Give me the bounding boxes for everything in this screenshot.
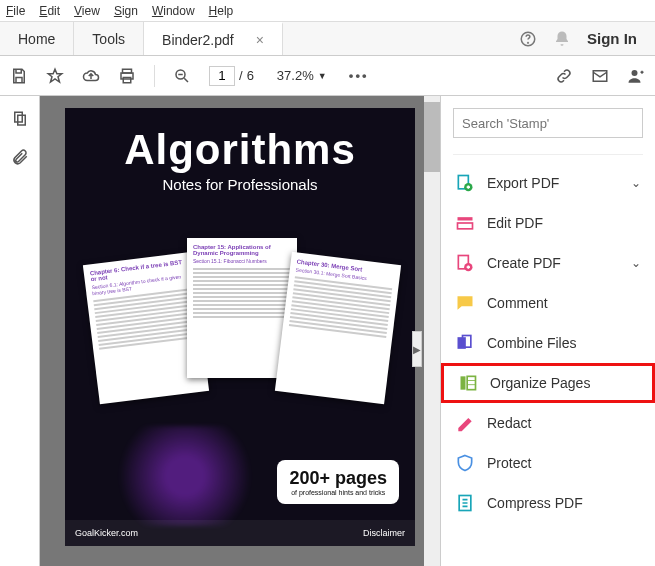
menu-file[interactable]: File <box>6 4 25 18</box>
pdf-page: Algorithms Notes for Professionals Chapt… <box>65 108 415 546</box>
svg-line-6 <box>184 78 188 82</box>
add-user-icon[interactable] <box>627 67 645 85</box>
zoom-value: 37.2% <box>277 68 314 83</box>
nav-panel <box>0 96 40 566</box>
svg-rect-21 <box>467 376 475 389</box>
print-icon[interactable] <box>118 67 136 85</box>
menu-edit[interactable]: Edit <box>39 4 60 18</box>
combine-icon <box>455 333 475 353</box>
tab-document[interactable]: Binder2.pdf × <box>144 22 283 55</box>
tools-pane: Export PDF ⌄ Edit PDF Create PDF ⌄ Comme… <box>440 96 655 566</box>
close-tab-icon[interactable]: × <box>256 32 264 48</box>
bell-icon[interactable] <box>553 30 571 48</box>
tool-label: Redact <box>487 415 531 431</box>
chevron-down-icon: ⌄ <box>631 176 641 190</box>
tool-label: Comment <box>487 295 548 311</box>
menu-view[interactable]: View <box>74 4 100 18</box>
chevron-down-icon: ▼ <box>318 71 327 81</box>
tool-label: Combine Files <box>487 335 576 351</box>
pages-badge: 200+ pages of professional hints and tri… <box>277 460 399 504</box>
tool-edit-pdf[interactable]: Edit PDF <box>441 203 655 243</box>
doc-footer: GoalKicker.com Disclaimer <box>65 520 415 546</box>
save-icon[interactable] <box>10 67 28 85</box>
tool-label: Protect <box>487 455 531 471</box>
svg-rect-20 <box>461 376 466 389</box>
tool-redact[interactable]: Redact <box>441 403 655 443</box>
svg-point-9 <box>632 70 638 76</box>
tool-label: Export PDF <box>487 175 559 191</box>
menu-window[interactable]: Window <box>152 4 195 18</box>
zoom-dropdown[interactable]: 37.2% ▼ <box>272 65 332 86</box>
thumbnails-icon[interactable] <box>11 110 29 128</box>
comment-icon <box>455 293 475 313</box>
tab-bar: Home Tools Binder2.pdf × Sign In <box>0 22 655 56</box>
redact-icon <box>455 413 475 433</box>
doc-title: Algorithms <box>65 126 415 174</box>
tool-compress-pdf[interactable]: Compress PDF <box>441 483 655 523</box>
collapse-right-pane-icon[interactable]: ▶ <box>412 331 422 367</box>
create-pdf-icon <box>455 253 475 273</box>
search-tools-input[interactable] <box>453 108 643 138</box>
zoom-out-icon[interactable] <box>173 67 191 85</box>
svg-rect-15 <box>458 223 473 229</box>
tab-tools[interactable]: Tools <box>74 22 144 55</box>
help-icon[interactable] <box>519 30 537 48</box>
tool-label: Organize Pages <box>490 375 590 391</box>
page-current-input[interactable] <box>209 66 235 86</box>
vertical-scrollbar[interactable] <box>424 96 440 566</box>
document-viewport[interactable]: Algorithms Notes for Professionals Chapt… <box>40 96 440 566</box>
menu-bar: File Edit View Sign Window Help <box>0 0 655 22</box>
link-icon[interactable] <box>555 67 573 85</box>
content-area: Algorithms Notes for Professionals Chapt… <box>0 96 655 566</box>
svg-rect-14 <box>458 217 473 220</box>
toolbar: / 6 37.2% ▼ ••• <box>0 56 655 96</box>
page-separator: / <box>239 68 243 83</box>
compress-icon <box>455 493 475 513</box>
sample-page-3: Chapter 30: Merge SortSection 30.1: Merg… <box>275 252 401 404</box>
cloud-upload-icon[interactable] <box>82 67 100 85</box>
svg-point-1 <box>528 42 529 43</box>
page-indicator: / 6 <box>209 66 254 86</box>
mail-icon[interactable] <box>591 67 609 85</box>
edit-pdf-icon <box>455 213 475 233</box>
tool-label: Compress PDF <box>487 495 583 511</box>
tool-combine-files[interactable]: Combine Files <box>441 323 655 363</box>
tool-organize-pages[interactable]: Organize Pages <box>441 363 655 403</box>
more-icon[interactable]: ••• <box>350 67 368 85</box>
tab-document-label: Binder2.pdf <box>162 32 234 48</box>
attachment-icon[interactable] <box>11 148 29 166</box>
tab-home[interactable]: Home <box>0 22 74 55</box>
doc-subtitle: Notes for Professionals <box>65 176 415 193</box>
tool-label: Edit PDF <box>487 215 543 231</box>
tool-comment[interactable]: Comment <box>441 283 655 323</box>
sign-in-button[interactable]: Sign In <box>587 30 637 47</box>
tool-label: Create PDF <box>487 255 561 271</box>
tool-export-pdf[interactable]: Export PDF ⌄ <box>441 163 655 203</box>
protect-icon <box>455 453 475 473</box>
star-icon[interactable] <box>46 67 64 85</box>
tool-protect[interactable]: Protect <box>441 443 655 483</box>
menu-help[interactable]: Help <box>209 4 234 18</box>
chevron-down-icon: ⌄ <box>631 256 641 270</box>
tool-create-pdf[interactable]: Create PDF ⌄ <box>441 243 655 283</box>
organize-icon <box>458 373 478 393</box>
page-total: 6 <box>247 68 254 83</box>
menu-sign[interactable]: Sign <box>114 4 138 18</box>
export-pdf-icon <box>455 173 475 193</box>
